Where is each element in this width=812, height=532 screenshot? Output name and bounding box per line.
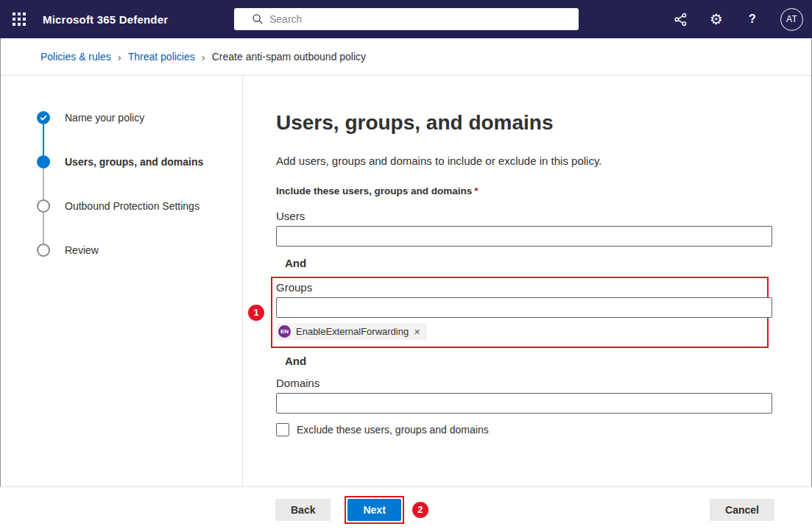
chip-remove-icon[interactable]: ×	[414, 326, 420, 337]
step-label: Outbound Protection Settings	[65, 200, 200, 212]
topbar-actions: ⚙ ? AT	[672, 0, 803, 38]
users-input[interactable]	[276, 226, 772, 247]
back-button[interactable]: Back	[275, 499, 331, 521]
app-title: Microsoft 365 Defender	[43, 13, 168, 26]
domains-label: Domains	[276, 377, 778, 389]
groups-annotation-box: 1 Groups EN EnableExternalForwarding ×	[271, 277, 769, 348]
required-marker: *	[474, 185, 478, 196]
chevron-right-icon: ›	[118, 51, 121, 63]
breadcrumb-threat-policies[interactable]: Threat policies	[128, 51, 195, 63]
search-icon	[252, 13, 264, 25]
selected-groups-row: EN EnableExternalForwarding ×	[276, 323, 763, 340]
annotation-callout-2: 2	[412, 502, 428, 518]
annotation-callout-1: 1	[248, 305, 264, 321]
top-bar: Microsoft 365 Defender ⚙ ? AT	[0, 0, 812, 38]
wizard-step-outbound-protection-settings[interactable]: Outbound Protection Settings	[37, 199, 242, 213]
domains-field: Domains	[276, 377, 778, 414]
breadcrumb: Policies & rules › Threat policies › Cre…	[0, 38, 812, 76]
step-connector	[43, 124, 44, 155]
step-upcoming-circle-icon	[37, 199, 50, 213]
wizard-step-users-groups-domains[interactable]: Users, groups, and domains	[37, 155, 242, 169]
search-input[interactable]	[269, 13, 571, 25]
avatar[interactable]: AT	[780, 8, 803, 31]
exclude-checkbox[interactable]	[276, 423, 289, 436]
groups-input[interactable]	[276, 297, 772, 318]
next-annotation-box: Next	[345, 496, 403, 524]
step-connector	[43, 169, 44, 199]
step-label: Name your policy	[65, 112, 144, 124]
share-nodes-icon[interactable]	[672, 11, 688, 27]
waffle-icon	[13, 13, 26, 26]
and-label-2: And	[285, 355, 778, 367]
app-launcher-button[interactable]	[0, 0, 38, 38]
cancel-button[interactable]: Cancel	[710, 499, 774, 521]
exclude-checkbox-label: Exclude these users, groups and domains	[297, 424, 489, 436]
step-label: Review	[65, 244, 99, 256]
wizard-step-review[interactable]: Review	[37, 244, 242, 257]
content-area: Name your policy Users, groups, and doma…	[0, 76, 812, 486]
page-subtitle: Add users, groups and domains to include…	[276, 155, 778, 167]
step-upcoming-circle-icon	[37, 244, 50, 257]
and-label-1: And	[285, 257, 778, 269]
users-field: Users	[276, 210, 778, 247]
include-section-label: Include these users, groups and domains*	[276, 185, 778, 196]
users-label: Users	[276, 210, 778, 222]
group-chip[interactable]: EN EnableExternalForwarding ×	[276, 323, 427, 340]
cancel-wrap: Cancel	[710, 499, 774, 521]
wizard-step-name-your-policy[interactable]: Name your policy	[37, 111, 242, 124]
wizard-steps: Name your policy Users, groups, and doma…	[0, 76, 242, 257]
screen: Microsoft 365 Defender ⚙ ? AT	[0, 0, 812, 532]
wizard-sidebar: Name your policy Users, groups, and doma…	[0, 76, 243, 486]
step-completed-check-icon	[37, 111, 50, 124]
page-title: Users, groups, and domains	[276, 111, 778, 135]
wizard-footer: Back Next 2 Cancel	[0, 486, 812, 532]
exclude-checkbox-row: Exclude these users, groups and domains	[276, 423, 778, 436]
group-chip-label: EnableExternalForwarding	[296, 326, 409, 337]
step-current-dot-icon	[37, 155, 50, 169]
breadcrumb-current-page: Create anti-spam outbound policy	[212, 51, 366, 63]
breadcrumb-policies-rules[interactable]: Policies & rules	[40, 51, 111, 63]
help-icon[interactable]: ?	[744, 11, 760, 27]
chevron-right-icon: ›	[202, 51, 205, 63]
next-button[interactable]: Next	[347, 499, 400, 521]
include-section-text: Include these users, groups and domains	[276, 185, 472, 196]
settings-gear-icon[interactable]: ⚙	[708, 11, 724, 27]
global-search[interactable]	[234, 8, 579, 30]
step-label: Users, groups, and domains	[65, 156, 203, 168]
group-initials-badge: EN	[278, 325, 291, 338]
main-panel: Users, groups, and domains Add users, gr…	[243, 76, 812, 486]
domains-input[interactable]	[276, 393, 772, 414]
groups-label: Groups	[276, 281, 763, 294]
step-connector	[43, 213, 44, 244]
